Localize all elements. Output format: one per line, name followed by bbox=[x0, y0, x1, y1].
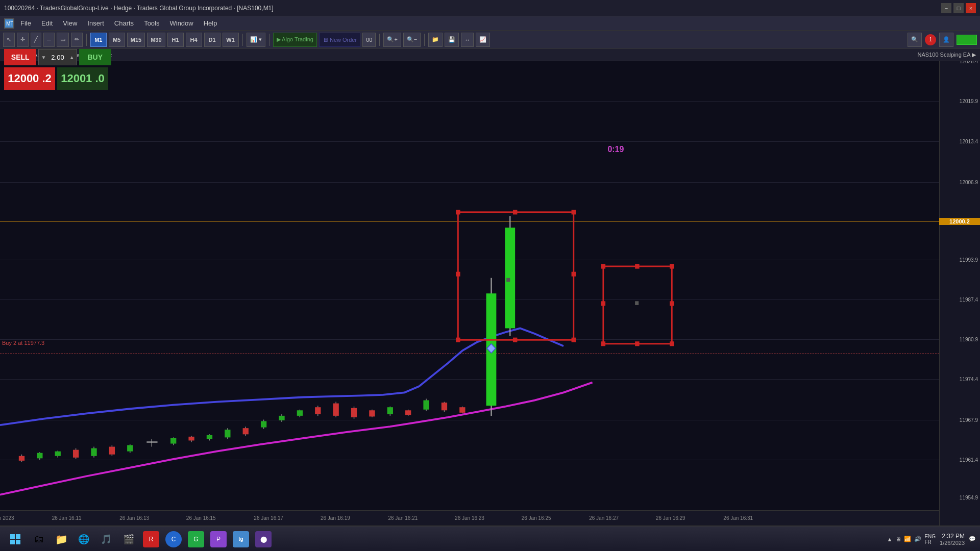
taskbar-obs[interactable]: ⬤ bbox=[253, 529, 274, 549]
svg-rect-15 bbox=[73, 450, 79, 458]
menu-help[interactable]: Help bbox=[200, 18, 222, 28]
connection-indicator bbox=[957, 35, 977, 45]
time-label-7: 26 Jan 16:23 bbox=[455, 515, 484, 521]
qty-up-arrow[interactable]: ▲ bbox=[67, 55, 77, 60]
svg-rect-78 bbox=[635, 341, 639, 346]
hline-tool[interactable]: ─ bbox=[43, 33, 55, 47]
chart-settings-btn[interactable]: 📈 bbox=[476, 33, 490, 47]
toolbar-separator-5 bbox=[424, 34, 425, 46]
window-title: 100020264 · TradersGlobalGroup-Live · He… bbox=[4, 5, 274, 12]
price-display: 12000 .2 12001 .0 bbox=[4, 67, 111, 90]
menu-view[interactable]: View bbox=[59, 18, 81, 28]
taskbar-app4[interactable]: P bbox=[208, 529, 229, 549]
notification-center[interactable]: 💬 bbox=[969, 536, 976, 542]
svg-rect-71 bbox=[601, 264, 605, 269]
price-label-6: 11993.9 bbox=[960, 257, 978, 262]
svg-rect-69 bbox=[513, 210, 517, 214]
svg-rect-41 bbox=[315, 407, 321, 414]
tf-m30[interactable]: M30 bbox=[147, 33, 165, 47]
taskbar-app2[interactable]: C bbox=[163, 529, 184, 549]
tf-h1[interactable]: H1 bbox=[167, 33, 184, 47]
line-tool[interactable]: ╱ bbox=[31, 33, 41, 47]
clock-time: 2:32 PM bbox=[940, 533, 965, 540]
zoom-out-btn[interactable]: 🔍− bbox=[403, 33, 421, 47]
folder-btn[interactable]: 📁 bbox=[428, 33, 443, 47]
cursor-tool[interactable]: ↖ bbox=[3, 33, 15, 47]
sell-button[interactable]: SELL bbox=[4, 49, 36, 65]
svg-rect-82 bbox=[10, 540, 15, 544]
svg-rect-76 bbox=[670, 301, 674, 306]
search-btn[interactable]: 🔍 bbox=[908, 33, 922, 47]
taskbar-media[interactable]: 🎵 bbox=[96, 529, 116, 549]
svg-rect-77 bbox=[635, 264, 639, 269]
chart-info-right: NAS100 Scalping EA ▶ bbox=[918, 52, 976, 58]
price-axis: 12026.4 12019.9 12013.4 12006.9 12000.2 … bbox=[939, 61, 980, 525]
tf-m15[interactable]: M15 bbox=[127, 33, 145, 47]
svg-rect-43 bbox=[333, 404, 338, 416]
menu-bar: MT File Edit View Insert Charts Tools Wi… bbox=[0, 16, 980, 31]
pencil-tool[interactable]: ✏ bbox=[71, 33, 83, 47]
chart-type-btn[interactable]: 📊 ▾ bbox=[247, 33, 265, 47]
crosshair-tool[interactable]: ✛ bbox=[17, 33, 29, 47]
new-order-button[interactable]: 🖥 New Order bbox=[319, 33, 360, 47]
svg-rect-66 bbox=[572, 338, 576, 342]
tray-arrow[interactable]: ▲ bbox=[887, 536, 893, 542]
svg-rect-65 bbox=[456, 338, 460, 342]
svg-rect-81 bbox=[16, 534, 20, 539]
menu-edit[interactable]: Edit bbox=[37, 18, 57, 28]
taskbar-video[interactable]: 🎬 bbox=[118, 529, 139, 549]
tf-d1[interactable]: D1 bbox=[204, 33, 220, 47]
tf-m5[interactable]: M5 bbox=[109, 33, 125, 47]
tf-w1[interactable]: W1 bbox=[223, 33, 239, 47]
svg-rect-67 bbox=[456, 272, 460, 277]
svg-rect-37 bbox=[279, 416, 284, 420]
svg-rect-33 bbox=[243, 428, 249, 434]
taskbar-app3[interactable]: G bbox=[186, 529, 206, 549]
svg-rect-83 bbox=[16, 540, 20, 544]
price-label-current: 12000.2 bbox=[939, 218, 980, 225]
svg-rect-79 bbox=[635, 301, 639, 305]
taskbar-mt[interactable]: tg bbox=[231, 529, 251, 549]
price-label-11: 11961.4 bbox=[960, 457, 978, 462]
algo-trading-button[interactable]: ▶ Algo Trading bbox=[273, 33, 317, 47]
sell-price: 12000 .2 bbox=[4, 67, 55, 90]
clock-date: 1/26/2023 bbox=[940, 540, 965, 546]
taskbar-app1[interactable]: R bbox=[141, 529, 161, 549]
profile-btn[interactable]: 👤 bbox=[939, 33, 953, 47]
taskbar-search[interactable]: 🗂 bbox=[29, 529, 49, 549]
start-button[interactable] bbox=[4, 529, 27, 549]
menu-tools[interactable]: Tools bbox=[140, 18, 163, 28]
tf-h4[interactable]: H4 bbox=[186, 33, 202, 47]
close-button[interactable]: × bbox=[966, 3, 976, 13]
tf-m1[interactable]: M1 bbox=[90, 33, 107, 47]
maximize-button[interactable]: □ bbox=[953, 3, 964, 13]
price-label-1: 12026.4 bbox=[960, 61, 978, 64]
svg-rect-25 bbox=[170, 438, 176, 444]
taskbar-right: ▲ 🖥 📶 🔊 ENGFR 2:32 PM 1/26/2023 💬 bbox=[887, 533, 976, 546]
buy-button[interactable]: BUY bbox=[79, 49, 111, 65]
zoom-in-btn[interactable]: 🔍+ bbox=[383, 33, 401, 47]
svg-rect-75 bbox=[601, 301, 605, 306]
menu-file[interactable]: File bbox=[16, 18, 35, 28]
tray-keyboard: ENGFR bbox=[924, 534, 936, 545]
scroll-btn[interactable]: ↔ bbox=[461, 33, 474, 47]
menu-charts[interactable]: Charts bbox=[110, 18, 138, 28]
toolbar-separator-1 bbox=[86, 34, 87, 46]
svg-rect-17 bbox=[91, 448, 96, 456]
svg-rect-68 bbox=[572, 272, 576, 277]
taskbar-files[interactable]: 📁 bbox=[51, 529, 71, 549]
system-clock[interactable]: 2:32 PM 1/26/2023 bbox=[940, 533, 965, 546]
svg-rect-39 bbox=[297, 410, 303, 416]
title-bar: 100020264 · TradersGlobalGroup-Live · He… bbox=[0, 0, 980, 16]
chart-area[interactable]: Buy 2 at 11977.3 0:19 bbox=[0, 61, 980, 525]
qty-down-arrow[interactable]: ▼ bbox=[39, 55, 48, 60]
save-btn[interactable]: 💾 bbox=[445, 33, 459, 47]
svg-rect-47 bbox=[369, 410, 375, 416]
menu-window[interactable]: Window bbox=[165, 18, 197, 28]
taskbar-browser[interactable]: 🌐 bbox=[74, 529, 94, 549]
menu-insert[interactable]: Insert bbox=[83, 18, 108, 28]
indicators-btn[interactable]: 00 bbox=[362, 33, 376, 47]
rect-tool[interactable]: ▭ bbox=[57, 33, 69, 47]
minimize-button[interactable]: − bbox=[941, 3, 951, 13]
price-label-3: 12013.4 bbox=[960, 139, 978, 144]
